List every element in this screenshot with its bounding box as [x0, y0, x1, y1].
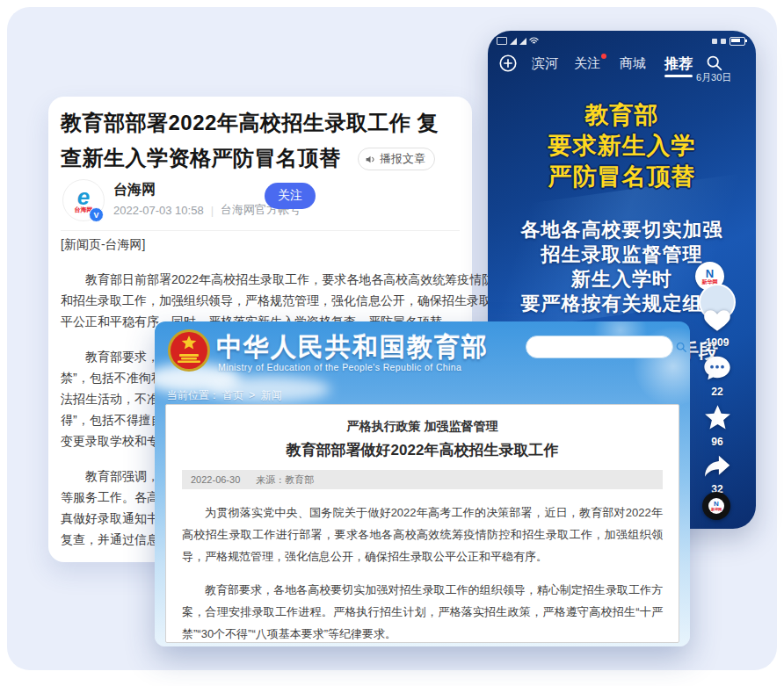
gov-article-source: 来源：教育部 — [256, 473, 314, 487]
signal-icon — [519, 38, 526, 45]
breadcrumb-label: 当前位置： — [167, 389, 220, 401]
search-icon[interactable] — [675, 341, 687, 353]
xinhua-name: 新华网 — [711, 508, 722, 511]
taihai-logo-glyph: e — [77, 187, 90, 206]
active-tab-underline — [664, 75, 693, 77]
comment-count: 22 — [697, 386, 737, 398]
breadcrumb-separator: > — [249, 389, 255, 401]
status-bar — [488, 34, 756, 48]
gov-article-title: 教育部部署做好2022年高校招生录取工作 — [166, 440, 679, 460]
notification-dot — [601, 54, 606, 59]
xinhua-disc-logo: N 新华网 — [708, 498, 724, 514]
publisher-row: e 台海网 V 台海网 2022-07-03 10:58 | 台海网官方帐号 关… — [62, 179, 458, 225]
gov-article-date: 2022-06-30 — [191, 474, 240, 485]
speaker-icon — [365, 154, 376, 165]
like-count: 1909 — [697, 336, 737, 349]
add-button[interactable] — [498, 54, 518, 76]
gov-article-paragraph: 为贯彻落实党中央、国务院关于做好2022年高考工作的决策部署，近日，教育部对20… — [182, 502, 663, 567]
battery-icon — [730, 37, 745, 46]
screenshot-collage: 教育部部署2022年高校招生录取工作 复查新生入学资格严防冒名顶替 播报文章 e… — [0, 0, 784, 686]
article-tagline: [新闻页-台海网] — [61, 234, 145, 255]
top-navigation: 滨河 关注 商城 推荐 6月30日 — [488, 52, 756, 87]
video-headline-line: 教育部 — [488, 99, 756, 131]
tab-mall[interactable]: 商城 — [620, 55, 646, 72]
national-emblem — [167, 329, 211, 372]
video-headline-line: 要求新生入学 — [488, 130, 756, 162]
status-right-icons — [712, 37, 745, 46]
article-line: 得”，包括不得擅自 — [61, 409, 163, 430]
gov-site-subtitle: Ministry of Education of the People's Re… — [218, 362, 461, 372]
search-icon[interactable] — [705, 54, 723, 76]
gov-search-input[interactable] — [535, 338, 675, 356]
article-line: 教育部日前部署2022年高校招生录取工作，要求各地各高校高效统筹疫情防控 — [61, 269, 506, 290]
publish-date: 2022-07-03 10:58 — [113, 204, 204, 217]
divider — [61, 230, 460, 231]
tab-recommend[interactable]: 推荐 — [664, 55, 693, 74]
tab-follow-label: 关注 — [574, 55, 600, 70]
gov-article-meta-bar: 2022-06-30 来源：教育部 — [182, 470, 663, 489]
broadcast-label: 播报文章 — [380, 151, 425, 167]
video-text-line: 各地各高校要切实加强 — [488, 217, 756, 243]
gov-article-kicker: 严格执行政策 加强监督管理 — [166, 419, 679, 435]
publisher-name[interactable]: 台海网 — [113, 181, 156, 199]
follow-button[interactable]: 关注 — [265, 183, 316, 209]
nfc-icon — [712, 39, 717, 44]
gov-article-paragraph: 教育部要求，各地各高校要切实加强对招生录取工作的组织领导，精心制定招生录取工作方… — [182, 579, 663, 643]
favorite-button[interactable] — [697, 404, 737, 435]
wifi-icon — [529, 37, 539, 45]
xinhua-initial: N — [706, 268, 714, 279]
tab-follow[interactable]: 关注 — [574, 55, 600, 72]
gov-site-title: 中华人民共和国教育部 — [216, 330, 489, 365]
share-button[interactable] — [697, 454, 737, 482]
gov-article-box: 严格执行政策 加强监督管理 教育部部署做好2022年高校招生录取工作 2022-… — [165, 404, 679, 643]
signal-icon — [510, 38, 517, 45]
broadcast-article-button[interactable]: 播报文章 — [358, 148, 435, 170]
article-line: 和招生录取工作，加强组织领导，严格规范管理，强化信息公开，确保招生录取公 — [61, 290, 504, 311]
breadcrumb: 当前位置：首页 > 新闻 — [167, 388, 285, 403]
meta-divider: | — [211, 204, 214, 217]
bluetooth-icon — [721, 39, 726, 44]
gov-search-box[interactable] — [526, 336, 673, 358]
tab-binhe[interactable]: 滨河 — [532, 55, 558, 72]
comment-button[interactable] — [697, 355, 737, 385]
status-left-icons — [497, 37, 539, 45]
breadcrumb-section-link[interactable]: 新闻 — [261, 389, 282, 401]
like-button[interactable] — [697, 305, 737, 336]
gov-website-card: 中华人民共和国教育部 Ministry of Education of the … — [155, 321, 690, 646]
action-rail: 1909 22 96 32 — [697, 305, 737, 502]
favorite-count: 96 — [697, 436, 737, 448]
verified-badge: V — [89, 207, 104, 222]
hd-icon — [497, 37, 507, 45]
article-line: 禁”，包括不准徇私 — [61, 367, 163, 388]
publisher-disc-avatar[interactable]: N 新华网 — [702, 492, 730, 520]
video-headline-line: 严防冒名顶替 — [488, 161, 756, 192]
breadcrumb-home-link[interactable]: 首页 — [222, 389, 243, 401]
